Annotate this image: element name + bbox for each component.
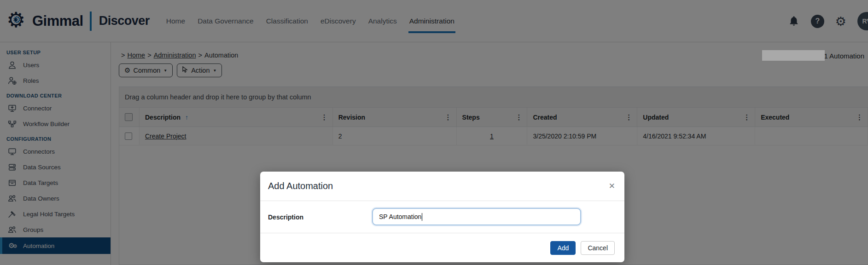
text-cursor [422,213,422,221]
add-button[interactable]: Add [550,241,576,255]
redacted-block [762,50,825,61]
cancel-button[interactable]: Cancel [581,241,615,255]
close-icon[interactable]: ✕ [609,182,615,190]
description-input[interactable]: SP Automation [372,208,581,225]
dialog-title: Add Automation [268,181,333,191]
dialog-footer: Add Cancel [260,233,624,262]
dialog-header: Add Automation ✕ [260,172,624,201]
dialog-body: Description SP Automation [260,201,624,233]
add-automation-dialog: Add Automation ✕ Description SP Automati… [260,172,624,262]
description-field-label: Description [268,213,303,221]
